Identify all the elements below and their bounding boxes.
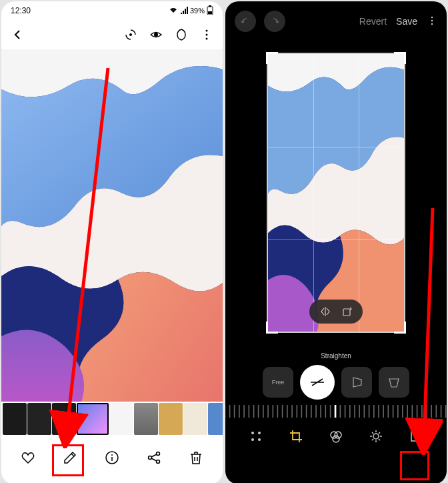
thumbnail-active[interactable] — [77, 403, 109, 435]
rotate-icon[interactable] — [339, 304, 355, 320]
crop-handle[interactable] — [394, 322, 406, 334]
svg-point-6 — [206, 34, 208, 36]
free-ratio-button[interactable]: Free — [263, 367, 293, 398]
transform-controls: Free — [225, 362, 447, 402]
viewer-top-bar — [1, 20, 223, 49]
flip-controls — [309, 300, 363, 324]
svg-point-27 — [373, 434, 379, 439]
svg-point-22 — [251, 438, 254, 441]
sticker-icon[interactable] — [407, 427, 425, 446]
pencil-icon[interactable] — [62, 450, 78, 466]
thumbnail[interactable] — [109, 403, 133, 435]
svg-point-21 — [258, 432, 261, 434]
svg-point-26 — [333, 436, 339, 442]
thumbnail[interactable] — [183, 403, 207, 435]
more-icon[interactable] — [199, 27, 215, 43]
viewer-bottom-bar — [1, 436, 223, 479]
thumbnail[interactable] — [208, 403, 223, 435]
angle-ruler[interactable]: ||||||||||||||||||||||||||||||||||||||||… — [225, 402, 447, 418]
info-icon[interactable] — [104, 450, 120, 466]
filter-icon[interactable] — [327, 427, 345, 446]
thumbnail[interactable] — [27, 403, 51, 435]
crop-handle[interactable] — [394, 52, 406, 64]
crop-area[interactable] — [225, 37, 447, 348]
bixby-vision-icon[interactable] — [123, 27, 139, 43]
redo-button[interactable] — [264, 11, 285, 32]
svg-point-16 — [431, 19, 433, 21]
back-button[interactable] — [9, 27, 25, 43]
more-icon[interactable] — [427, 15, 437, 28]
straighten-label: Straighten — [225, 352, 447, 360]
status-indicators: 39% — [169, 5, 213, 17]
thumbnail[interactable] — [159, 403, 183, 435]
svg-point-10 — [111, 454, 113, 456]
editor-bottom-bar — [225, 418, 447, 454]
crop-frame[interactable] — [267, 53, 405, 333]
svg-rect-2 — [208, 11, 212, 14]
perspective-v-button[interactable] — [379, 367, 409, 398]
perspective-h-button[interactable] — [341, 367, 372, 398]
battery-icon — [207, 5, 213, 17]
editor-top-bar: Revert Save — [225, 5, 447, 37]
svg-rect-19 — [343, 309, 350, 316]
svg-point-12 — [157, 452, 160, 456]
heart-icon[interactable] — [20, 450, 36, 466]
status-bar: 12:30 39% — [1, 1, 223, 20]
thumbnail[interactable] — [134, 403, 158, 435]
save-button[interactable]: Save — [396, 16, 417, 27]
svg-point-13 — [157, 460, 160, 464]
svg-point-4 — [154, 33, 158, 37]
undo-button[interactable] — [235, 11, 256, 32]
svg-point-28 — [413, 434, 415, 436]
thumbnail[interactable] — [3, 403, 27, 435]
signal-icon — [180, 6, 188, 16]
gallery-viewer-screen: 12:30 39% — [1, 1, 223, 483]
svg-point-29 — [417, 434, 419, 436]
straighten-button[interactable] — [300, 365, 335, 400]
share-icon[interactable] — [146, 450, 162, 466]
status-time: 12:30 — [11, 6, 31, 15]
crop-handle[interactable] — [266, 322, 278, 334]
flip-horizontal-icon[interactable] — [317, 304, 333, 320]
svg-point-20 — [251, 432, 254, 434]
battery-text: 39% — [190, 7, 205, 15]
eye-icon[interactable] — [148, 27, 164, 43]
svg-point-25 — [335, 432, 341, 438]
crop-handle[interactable] — [266, 52, 278, 64]
svg-point-7 — [206, 38, 208, 40]
thumbnail-strip[interactable] — [1, 402, 223, 436]
svg-rect-1 — [209, 5, 211, 7]
remaster-icon[interactable] — [173, 27, 189, 43]
svg-point-23 — [258, 438, 261, 441]
revert-button[interactable]: Revert — [359, 16, 387, 27]
svg-point-3 — [129, 33, 132, 36]
svg-point-5 — [206, 30, 208, 32]
crop-icon[interactable] — [287, 427, 305, 446]
annotation-highlight — [400, 451, 429, 480]
editor-screen: Revert Save — [225, 1, 447, 483]
svg-point-17 — [431, 23, 433, 24]
thumbnail[interactable] — [52, 403, 76, 435]
main-image[interactable] — [1, 49, 223, 402]
trash-icon[interactable] — [188, 450, 204, 466]
grid-icon[interactable] — [247, 427, 265, 446]
svg-point-11 — [149, 456, 152, 460]
brightness-icon[interactable] — [367, 427, 385, 446]
wifi-icon — [169, 6, 178, 16]
svg-point-15 — [431, 16, 433, 17]
